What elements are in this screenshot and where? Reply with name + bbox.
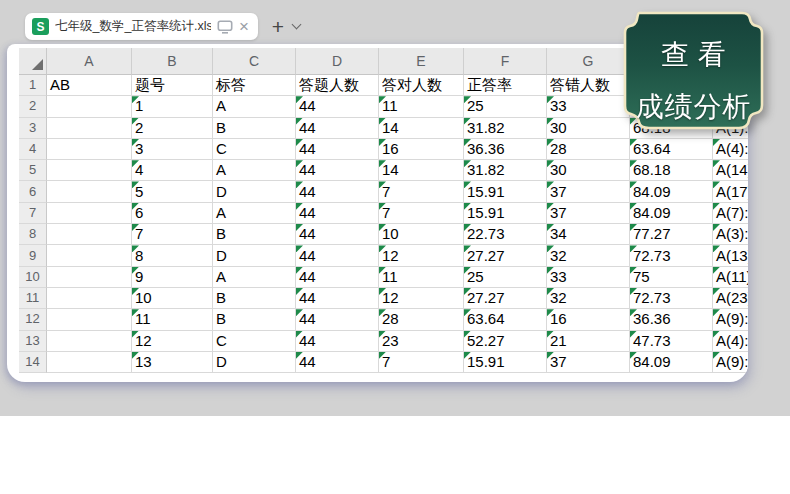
cell[interactable]: A(3):6.: [713, 224, 748, 245]
column-header-A[interactable]: A: [47, 48, 132, 75]
cell[interactable]: A: [213, 203, 296, 224]
cell[interactable]: 44: [296, 181, 379, 202]
row-header-3[interactable]: 3: [19, 118, 47, 139]
cell[interactable]: 37: [547, 352, 630, 373]
cell[interactable]: 答对人数: [379, 75, 464, 96]
cell[interactable]: 答题人数: [296, 75, 379, 96]
cell[interactable]: 84.09: [630, 181, 713, 202]
cell[interactable]: 36.36: [464, 139, 547, 160]
select-all-corner[interactable]: [19, 48, 47, 75]
cell[interactable]: 25: [464, 96, 547, 117]
cell[interactable]: 14: [379, 160, 464, 181]
cell[interactable]: [47, 267, 132, 288]
cell[interactable]: 36.36: [630, 309, 713, 330]
cell[interactable]: A(14):3: [713, 160, 748, 181]
cell[interactable]: A(9):20: [713, 309, 748, 330]
cell[interactable]: 72.73: [630, 288, 713, 309]
cell[interactable]: 标答: [213, 75, 296, 96]
cell[interactable]: 6: [132, 203, 213, 224]
row-header-11[interactable]: 11: [19, 288, 47, 309]
cell[interactable]: 44: [296, 245, 379, 266]
cell[interactable]: 12: [132, 331, 213, 352]
cell[interactable]: 15.91: [464, 181, 547, 202]
cell[interactable]: 44: [296, 267, 379, 288]
cell[interactable]: 14: [379, 118, 464, 139]
cell[interactable]: 16: [547, 309, 630, 330]
cell[interactable]: C: [213, 331, 296, 352]
cell[interactable]: A(4):9.: [713, 139, 748, 160]
cell[interactable]: A: [213, 267, 296, 288]
cell[interactable]: A: [213, 160, 296, 181]
cell[interactable]: [47, 203, 132, 224]
cell[interactable]: 2: [132, 118, 213, 139]
cell[interactable]: 12: [379, 288, 464, 309]
cell[interactable]: [47, 139, 132, 160]
row-header-2[interactable]: 2: [19, 96, 47, 117]
cell[interactable]: 10: [379, 224, 464, 245]
cell[interactable]: [47, 96, 132, 117]
row-header-12[interactable]: 12: [19, 309, 47, 330]
cell[interactable]: 28: [379, 309, 464, 330]
cell[interactable]: 52.27: [464, 331, 547, 352]
row-header-8[interactable]: 8: [19, 224, 47, 245]
cell[interactable]: 32: [547, 245, 630, 266]
cell[interactable]: [47, 352, 132, 373]
cell[interactable]: 33: [547, 96, 630, 117]
cell[interactable]: 75: [630, 267, 713, 288]
cell[interactable]: 63.64: [464, 309, 547, 330]
cell[interactable]: 15.91: [464, 203, 547, 224]
cell[interactable]: 11: [379, 267, 464, 288]
cell[interactable]: 44: [296, 118, 379, 139]
cell[interactable]: A(4):9.: [713, 331, 748, 352]
cell[interactable]: 答错人数: [547, 75, 630, 96]
cell[interactable]: 8: [132, 245, 213, 266]
row-header-14[interactable]: 14: [19, 352, 47, 373]
cell[interactable]: [47, 309, 132, 330]
cell[interactable]: 25: [464, 267, 547, 288]
cell[interactable]: 11: [132, 309, 213, 330]
cell[interactable]: C: [213, 139, 296, 160]
cell[interactable]: 37: [547, 203, 630, 224]
cell[interactable]: 7: [132, 224, 213, 245]
cell[interactable]: A(11):2: [713, 267, 748, 288]
column-header-B[interactable]: B: [132, 48, 213, 75]
chevron-down-icon[interactable]: [293, 20, 302, 29]
cell[interactable]: D: [213, 352, 296, 373]
cell[interactable]: 44: [296, 203, 379, 224]
cell[interactable]: 27.27: [464, 288, 547, 309]
cell[interactable]: [47, 224, 132, 245]
cell[interactable]: B: [213, 118, 296, 139]
cell[interactable]: AB: [47, 75, 132, 96]
cell[interactable]: 63.64: [630, 139, 713, 160]
cell[interactable]: 30: [547, 160, 630, 181]
cell[interactable]: 9: [132, 267, 213, 288]
cell[interactable]: [47, 245, 132, 266]
cell[interactable]: 44: [296, 96, 379, 117]
view-score-analysis-badge[interactable]: 查看 成绩分析: [623, 10, 764, 131]
column-header-E[interactable]: E: [379, 48, 464, 75]
cell[interactable]: 34: [547, 224, 630, 245]
cell[interactable]: 84.09: [630, 352, 713, 373]
cell[interactable]: A: [213, 96, 296, 117]
cell[interactable]: B: [213, 224, 296, 245]
cell[interactable]: 7: [379, 203, 464, 224]
cell[interactable]: 44: [296, 139, 379, 160]
cell[interactable]: 44: [296, 224, 379, 245]
cell[interactable]: B: [213, 309, 296, 330]
cell[interactable]: 44: [296, 309, 379, 330]
close-tab-icon[interactable]: ×: [239, 18, 249, 35]
cell[interactable]: 3: [132, 139, 213, 160]
row-header-1[interactable]: 1: [19, 75, 47, 96]
cell[interactable]: 10: [132, 288, 213, 309]
row-header-10[interactable]: 10: [19, 267, 47, 288]
cell[interactable]: 72.73: [630, 245, 713, 266]
cell[interactable]: 27.27: [464, 245, 547, 266]
cell[interactable]: A(23):5: [713, 288, 748, 309]
cell[interactable]: 正答率: [464, 75, 547, 96]
cell[interactable]: 22.73: [464, 224, 547, 245]
cell[interactable]: 1: [132, 96, 213, 117]
cell[interactable]: 7: [379, 181, 464, 202]
row-header-6[interactable]: 6: [19, 181, 47, 202]
cell[interactable]: 题号: [132, 75, 213, 96]
row-header-5[interactable]: 5: [19, 160, 47, 181]
